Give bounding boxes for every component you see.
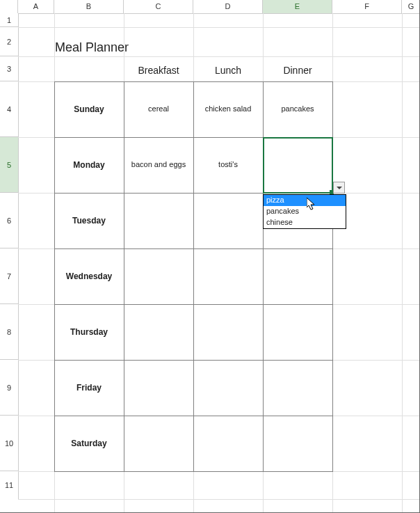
select-all-corner[interactable]: [0, 0, 18, 13]
row-header-8[interactable]: 8: [0, 304, 18, 360]
row-header-4[interactable]: 4: [0, 81, 18, 137]
row-header-5[interactable]: 5: [0, 137, 18, 193]
col-header-D[interactable]: D: [193, 0, 263, 13]
meal-header-breakfast: Breakfast: [124, 65, 193, 80]
row-header-1[interactable]: 1: [0, 13, 18, 27]
row-header-6[interactable]: 6: [0, 193, 18, 248]
planner-vdiv-2: [193, 81, 194, 472]
meal-header-lunch: Lunch: [193, 65, 263, 80]
cell-D5[interactable]: tosti's: [193, 160, 263, 171]
col-header-E[interactable]: E: [263, 0, 332, 13]
planner-hdiv-4: [54, 304, 333, 305]
meal-header-dinner: Dinner: [263, 65, 332, 80]
planner-vdiv-1: [124, 81, 124, 472]
day-label-friday: Friday: [54, 383, 124, 393]
planner-hdiv-3: [54, 248, 333, 249]
cell-E4[interactable]: pancakes: [263, 104, 332, 116]
dropdown-option-2[interactable]: chinese: [264, 217, 346, 228]
row-header-2[interactable]: 2: [0, 27, 18, 56]
chevron-down-icon: [337, 187, 342, 189]
planner-hdiv-6: [54, 416, 333, 416]
cell-C4[interactable]: cereal: [124, 104, 193, 116]
row-header-9[interactable]: 9: [0, 360, 18, 416]
dropdown-button[interactable]: [333, 182, 345, 194]
row-header-10[interactable]: 10: [0, 416, 18, 471]
day-label-sunday: Sunday: [54, 104, 124, 114]
cell-C5[interactable]: bacon and eggs: [124, 160, 193, 171]
col-header-F[interactable]: F: [332, 0, 402, 13]
day-label-tuesday: Tuesday: [54, 216, 124, 226]
col-header-G[interactable]: G: [402, 0, 420, 13]
day-label-wednesday: Wednesday: [54, 271, 124, 281]
active-cell[interactable]: [263, 137, 333, 194]
planner-hdiv-5: [54, 360, 333, 361]
day-label-thursday: Thursday: [54, 327, 124, 337]
dropdown-option-0[interactable]: pizza: [264, 195, 346, 206]
col-header-C[interactable]: C: [124, 0, 193, 13]
page-title: Meal Planner: [55, 40, 129, 55]
row-header-7[interactable]: 7: [0, 248, 18, 304]
col-header-A[interactable]: A: [18, 0, 54, 13]
row-header-11[interactable]: 11: [0, 471, 18, 499]
row-header-3[interactable]: 3: [0, 56, 18, 81]
cell-D4[interactable]: chicken salad: [193, 104, 263, 116]
dropdown-list[interactable]: pizza pancakes chinese: [263, 194, 346, 229]
dropdown-option-1[interactable]: pancakes: [264, 206, 346, 217]
day-label-monday: Monday: [54, 160, 124, 170]
day-label-saturday: Saturday: [54, 439, 124, 448]
col-header-B[interactable]: B: [54, 0, 124, 13]
